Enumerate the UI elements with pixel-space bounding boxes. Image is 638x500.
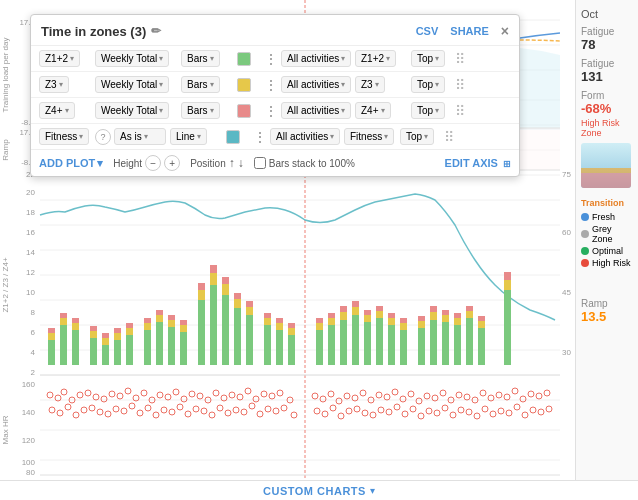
svg-rect-73	[114, 333, 121, 340]
close-button[interactable]: ×	[501, 23, 509, 39]
svg-rect-96	[222, 295, 229, 365]
edit-axis-icon: ⊞	[503, 159, 511, 169]
svg-rect-130	[376, 311, 383, 318]
legend-fresh: Fresh	[581, 212, 633, 222]
svg-text:Z1+2 / Z3 / Z4+: Z1+2 / Z3 / Z4+	[1, 257, 10, 312]
svg-rect-157	[504, 280, 511, 290]
zone-rows-container: Z1+2 ▾ Weekly Total ▾ Bars ▾	[31, 46, 519, 149]
position-up-button[interactable]: ↑	[229, 156, 235, 170]
position-fitness-dropdown[interactable]: Top ▾	[400, 128, 434, 145]
custom-charts-button[interactable]: CUSTOM CHARTS	[263, 485, 366, 497]
acts-z4plus-dropdown[interactable]: All activities ▾	[281, 102, 351, 119]
svg-rect-127	[364, 315, 371, 322]
position-z4plus-label: Top	[417, 105, 433, 116]
chart-z3-dropdown[interactable]: Bars ▾	[181, 76, 220, 93]
share-button[interactable]: SHARE	[450, 25, 489, 37]
metric-z4plus-dropdown[interactable]: Z4+ ▾	[355, 102, 391, 119]
freq-fitness-dropdown[interactable]: As is ▾	[114, 128, 166, 145]
svg-text:140: 140	[22, 408, 36, 417]
chart-z3-label: Bars	[187, 79, 208, 90]
grey-zone-label: Grey Zone	[592, 224, 633, 244]
svg-text:8: 8	[31, 308, 36, 317]
position-controls: Position ↑ ↓	[190, 156, 244, 170]
svg-rect-99	[234, 308, 241, 365]
zone-z1plus2-dropdown[interactable]: Z1+2 ▾	[39, 50, 80, 67]
add-plot-button[interactable]: ADD PLOT ▾	[39, 157, 103, 170]
svg-rect-74	[114, 328, 121, 333]
acts-z4plus-label: All activities	[287, 105, 339, 116]
color-swatch-z1plus2[interactable]	[237, 52, 251, 66]
drag-z3[interactable]: ⠿	[455, 77, 465, 93]
svg-text:75: 75	[562, 170, 571, 179]
acts-z1plus2-dropdown[interactable]: All activities ▾	[281, 50, 351, 67]
freq-z3-label: Weekly Total	[101, 79, 157, 90]
svg-rect-152	[466, 306, 473, 311]
zones-footer: ADD PLOT ▾ Height − + Position ↑ ↓ Bars …	[31, 149, 519, 176]
drag-z4plus[interactable]: ⠿	[455, 103, 465, 119]
custom-charts-arrow[interactable]: ▾	[370, 485, 375, 496]
edit-icon[interactable]: ✏	[151, 24, 161, 38]
chart-z4plus-dropdown[interactable]: Bars ▾	[181, 102, 220, 119]
chart-fitness-dropdown[interactable]: Line ▾	[170, 128, 207, 145]
bottom-bar: CUSTOM CHARTS ▾	[0, 480, 638, 500]
svg-rect-67	[90, 331, 97, 338]
freq-fitness-label: As is	[120, 131, 142, 142]
zone-fitness-dropdown[interactable]: Fitness ▾	[39, 128, 89, 145]
svg-rect-110	[276, 318, 283, 323]
svg-rect-113	[288, 323, 295, 328]
acts-z1plus2-label: All activities	[287, 53, 339, 64]
svg-rect-57	[48, 340, 55, 365]
chart-z1plus2-dropdown[interactable]: Bars ▾	[181, 50, 220, 67]
dots-menu-z3[interactable]: ⋮	[261, 77, 281, 93]
position-z1plus2-dropdown[interactable]: Top ▾	[411, 50, 445, 67]
svg-rect-77	[126, 323, 133, 328]
drag-fitness[interactable]: ⠿	[444, 129, 454, 145]
fresh-label: Fresh	[592, 212, 615, 222]
position-z3-dropdown[interactable]: Top ▾	[411, 76, 445, 93]
svg-rect-124	[352, 307, 359, 315]
svg-rect-128	[364, 310, 371, 315]
zone-z4plus-label: Z4+	[45, 105, 63, 116]
svg-rect-132	[388, 325, 395, 365]
height-decrease-button[interactable]: −	[145, 155, 161, 171]
svg-rect-141	[430, 320, 437, 365]
grey-zone-dot	[581, 230, 589, 238]
position-down-button[interactable]: ↓	[238, 156, 244, 170]
height-increase-button[interactable]: +	[164, 155, 180, 171]
freq-z4plus-dropdown[interactable]: Weekly Total ▾	[95, 102, 169, 119]
svg-rect-59	[48, 328, 55, 333]
metric-fitness-dropdown[interactable]: Fitness ▾	[344, 128, 394, 145]
svg-rect-58	[48, 333, 55, 340]
svg-rect-138	[418, 328, 425, 365]
metric-z1plus2-label: Z1+2	[361, 53, 384, 64]
svg-rect-134	[388, 313, 395, 318]
acts-fitness-label: All activities	[276, 131, 328, 142]
stack-checkbox[interactable]	[254, 157, 266, 169]
zone-z3-dropdown[interactable]: Z3 ▾	[39, 76, 69, 93]
edit-axis-button[interactable]: EDIT AXIS ⊞	[445, 157, 511, 169]
metric-z3-dropdown[interactable]: Z3 ▾	[355, 76, 385, 93]
acts-z3-dropdown[interactable]: All activities ▾	[281, 76, 351, 93]
acts-fitness-dropdown[interactable]: All activities ▾	[270, 128, 340, 145]
info-icon[interactable]: ?	[95, 129, 111, 145]
freq-z1plus2-dropdown[interactable]: Weekly Total ▾	[95, 50, 169, 67]
svg-rect-91	[198, 290, 205, 300]
color-swatch-fitness[interactable]	[226, 130, 240, 144]
position-z4plus-dropdown[interactable]: Top ▾	[411, 102, 445, 119]
dots-menu-z4plus[interactable]: ⋮	[261, 103, 281, 119]
freq-z3-dropdown[interactable]: Weekly Total ▾	[95, 76, 169, 93]
dots-menu-fitness[interactable]: ⋮	[250, 129, 270, 145]
metric-z1plus2-dropdown[interactable]: Z1+2 ▾	[355, 50, 396, 67]
drag-z1plus2[interactable]: ⠿	[455, 51, 465, 67]
svg-rect-94	[210, 273, 217, 285]
dots-menu-z1plus2[interactable]: ⋮	[261, 51, 281, 67]
svg-rect-109	[276, 323, 283, 330]
svg-text:100: 100	[22, 458, 36, 467]
zone-z4plus-dropdown[interactable]: Z4+ ▾	[39, 102, 75, 119]
legend-high-risk: High Risk	[581, 258, 633, 268]
csv-button[interactable]: CSV	[416, 25, 439, 37]
color-swatch-z4plus[interactable]	[237, 104, 251, 118]
header-actions: CSV SHARE ×	[416, 23, 509, 39]
color-swatch-z3[interactable]	[237, 78, 251, 92]
chart-z4plus-label: Bars	[187, 105, 208, 116]
